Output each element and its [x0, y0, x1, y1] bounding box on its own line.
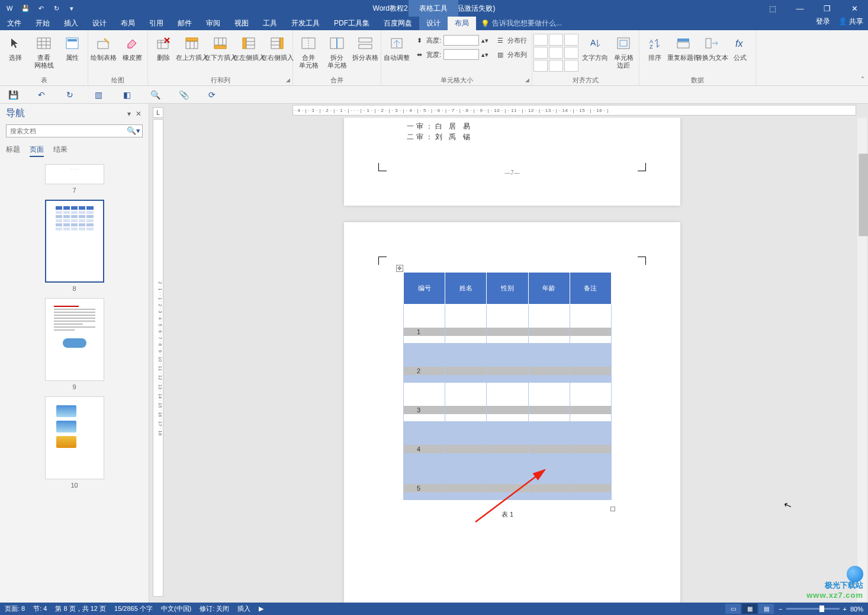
- tab-pdf[interactable]: PDF工具集: [327, 17, 377, 30]
- insert-below-button[interactable]: 在下方插入: [206, 31, 234, 62]
- thumbnail-page-8[interactable]: 8: [6, 200, 143, 292]
- width-spinner[interactable]: ▴▾: [481, 51, 488, 59]
- sort-button[interactable]: AZ排序: [641, 31, 669, 62]
- height-spinner[interactable]: ▴▾: [481, 37, 488, 44]
- customize-qat-icon[interactable]: ▾: [65, 2, 78, 15]
- zoom-in-button[interactable]: +: [843, 606, 847, 613]
- th-gender[interactable]: 性别: [487, 273, 528, 305]
- repeat-header-button[interactable]: 重复标题行: [669, 31, 697, 62]
- tab-devtools[interactable]: 开发工具: [284, 17, 327, 30]
- dialog-launcher-icon[interactable]: ◢: [525, 76, 529, 84]
- dialog-launcher-icon[interactable]: ◢: [286, 76, 290, 84]
- autofit-button[interactable]: 自动调整: [382, 31, 411, 62]
- table-row[interactable]: 5: [404, 461, 612, 500]
- th-id[interactable]: 编号: [404, 273, 445, 305]
- word-app-icon[interactable]: W: [4, 2, 17, 15]
- tab-home[interactable]: 开始: [28, 17, 57, 30]
- view-gridlines-button[interactable]: 查看 网格线: [30, 31, 58, 69]
- align-tr-button[interactable]: [564, 34, 578, 46]
- table-resize-handle-icon[interactable]: [610, 507, 615, 511]
- tab-file[interactable]: 文件: [0, 17, 28, 30]
- ribbon-display-options-icon[interactable]: ⬚: [759, 0, 786, 17]
- tab-baidu[interactable]: 百度网盘: [377, 17, 419, 30]
- properties-button[interactable]: 属性: [58, 31, 86, 62]
- web-layout-icon[interactable]: ▤: [758, 604, 774, 614]
- qat-touch-icon[interactable]: ◧: [121, 89, 133, 101]
- save-icon[interactable]: 💾: [19, 2, 32, 15]
- navtab-pages[interactable]: 页面: [30, 145, 44, 157]
- qat-undo-icon[interactable]: ↶: [36, 89, 47, 101]
- zoom-slider[interactable]: [786, 608, 840, 610]
- tab-layout[interactable]: 布局: [114, 17, 142, 30]
- align-br-button[interactable]: [564, 60, 578, 72]
- delete-button[interactable]: 删除: [149, 31, 178, 62]
- distribute-cols-button[interactable]: ▥分布列: [496, 48, 527, 61]
- read-mode-icon[interactable]: ▭: [725, 604, 741, 614]
- tab-design[interactable]: 设计: [85, 17, 114, 30]
- status-page[interactable]: 页面: 8: [5, 604, 25, 613]
- tab-mailings[interactable]: 邮件: [171, 17, 199, 30]
- table-row[interactable]: 4: [404, 422, 612, 461]
- eraser-button[interactable]: 橡皮擦: [118, 31, 146, 62]
- zoom-out-button[interactable]: −: [779, 606, 782, 613]
- distribute-rows-button[interactable]: ☰分布行: [496, 34, 527, 47]
- table-move-handle-icon[interactable]: ✥: [396, 265, 403, 272]
- print-layout-icon[interactable]: ▦: [742, 604, 757, 614]
- navtab-results[interactable]: 结果: [53, 145, 67, 157]
- page-canvas[interactable]: 一审：白 居 易 二审：刘 禹 锡 —7— ✥ 编号 姓名 性别 年龄: [168, 118, 856, 603]
- insert-right-button[interactable]: 在右侧插入: [263, 31, 291, 62]
- zoom-slider-handle[interactable]: [819, 606, 824, 612]
- search-icon[interactable]: 🔍▾: [127, 126, 140, 135]
- status-page-of[interactable]: 第 8 页，共 12 页: [55, 604, 106, 613]
- vertical-ruler[interactable]: 2 · 1 · · 1 · 2 · 3 · 4 · 5 · 6 · 7 · 8 …: [153, 119, 163, 597]
- thumbnail-page-7[interactable]: ·· ·· ·· 7: [6, 164, 143, 194]
- th-name[interactable]: 姓名: [445, 273, 487, 305]
- table-row[interactable]: 3: [404, 383, 612, 422]
- undo-icon[interactable]: ↶: [34, 2, 47, 15]
- tabstop-selector[interactable]: L: [153, 107, 163, 118]
- close-button[interactable]: ✕: [841, 0, 868, 17]
- align-bl-button[interactable]: [533, 60, 548, 72]
- search-input[interactable]: [6, 124, 143, 137]
- status-word-count[interactable]: 15/2865 个字: [114, 604, 153, 613]
- vertical-scrollbar[interactable]: [857, 118, 867, 601]
- align-bc-button[interactable]: [549, 60, 563, 72]
- height-input[interactable]: [443, 35, 479, 46]
- maximize-button[interactable]: ❐: [814, 0, 841, 17]
- status-language[interactable]: 中文(中国): [161, 604, 191, 613]
- navtab-headings[interactable]: 标题: [6, 145, 20, 157]
- zoom-percent[interactable]: 80%: [850, 606, 863, 613]
- horizontal-ruler[interactable]: · 4 · | · 3 · | · 2 · | · 1 · | · · · | …: [292, 105, 856, 116]
- tab-references[interactable]: 引用: [142, 17, 171, 30]
- th-age[interactable]: 年龄: [528, 273, 570, 305]
- align-mr-button[interactable]: [564, 47, 578, 59]
- th-note[interactable]: 备注: [570, 273, 611, 305]
- qat-attach-icon[interactable]: 📎: [178, 89, 189, 101]
- tab-table-design[interactable]: 设计: [419, 17, 448, 30]
- draw-table-button[interactable]: 绘制表格: [89, 31, 118, 62]
- status-track-changes[interactable]: 修订: 关闭: [200, 604, 229, 613]
- qat-split-icon[interactable]: ▥: [92, 89, 104, 101]
- navpane-close-icon[interactable]: ✕: [133, 110, 144, 118]
- word-table[interactable]: ✥ 编号 姓名 性别 年龄 备注 1 2 3 4 5: [403, 272, 612, 500]
- share-button[interactable]: 👤 共享: [838, 17, 863, 27]
- redo-icon[interactable]: ↻: [50, 2, 63, 15]
- tab-table-layout[interactable]: 布局: [448, 17, 476, 30]
- thumbnail-page-9[interactable]: 9: [6, 298, 143, 390]
- status-section[interactable]: 节: 4: [33, 604, 47, 613]
- navpane-pin-icon[interactable]: ▾: [125, 110, 133, 118]
- minimize-button[interactable]: —: [786, 0, 814, 17]
- qat-rotate-icon[interactable]: ⟳: [206, 89, 218, 101]
- table-row[interactable]: 1: [404, 305, 612, 344]
- tab-insert[interactable]: 插入: [57, 17, 85, 30]
- table-row[interactable]: 2: [404, 344, 612, 383]
- align-tl-button[interactable]: [533, 34, 548, 46]
- cell-margins-button[interactable]: 单元格 边距: [609, 31, 638, 69]
- scrollbar-thumb[interactable]: [859, 153, 868, 236]
- select-button[interactable]: 选择: [1, 31, 30, 62]
- width-input[interactable]: [443, 49, 479, 60]
- qat-preview-icon[interactable]: 🔍: [149, 89, 161, 101]
- status-insert-mode[interactable]: 插入: [237, 604, 250, 613]
- tab-tools[interactable]: 工具: [256, 17, 284, 30]
- convert-to-text-button[interactable]: 转换为文本: [697, 31, 726, 62]
